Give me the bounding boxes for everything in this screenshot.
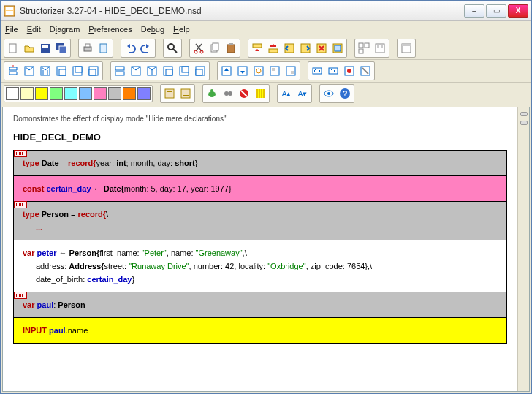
font-down-button[interactable]: A▾: [294, 86, 311, 102]
insert-before-button[interactable]: [249, 40, 265, 56]
expand2[interactable]: [325, 63, 341, 79]
transmute-button[interactable]: [251, 63, 267, 79]
breakpoint[interactable]: [341, 63, 357, 79]
collapse2[interactable]: [309, 63, 325, 79]
font-up-button[interactable]: A▴: [278, 86, 294, 102]
color-cyan[interactable]: [64, 87, 77, 100]
color-purple[interactable]: [137, 87, 151, 100]
insert-after-button[interactable]: [265, 40, 281, 56]
turtle-button[interactable]: [204, 86, 220, 102]
redo-button[interactable]: [138, 40, 154, 56]
svg-rect-19: [253, 44, 262, 48]
print-button[interactable]: [80, 40, 96, 56]
diagram-canvas[interactable]: Domonstrates the effect of display mode …: [3, 107, 517, 391]
block-input-paulname[interactable]: INPUT paul.name: [14, 318, 506, 343]
nsd-alt-after[interactable]: [128, 63, 144, 79]
nsd-case-after[interactable]: [144, 63, 160, 79]
delete-button[interactable]: [314, 40, 330, 56]
minimize-button[interactable]: –: [464, 4, 484, 18]
svg-rect-55: [254, 67, 263, 75]
color-orange[interactable]: [123, 87, 136, 100]
svg-rect-68: [181, 89, 190, 98]
color-yellow[interactable]: [35, 87, 48, 100]
undo-button[interactable]: [122, 40, 138, 56]
help-button[interactable]: ?: [337, 86, 353, 102]
svg-rect-27: [359, 43, 363, 48]
color-blue[interactable]: [79, 87, 92, 100]
svg-rect-40: [75, 67, 82, 72]
collapse-button[interactable]: [330, 40, 346, 56]
block-var-paul[interactable]: var paul: Person: [14, 292, 506, 318]
analyser2-button[interactable]: [178, 86, 194, 102]
menu-preferences[interactable]: Preferences: [88, 25, 132, 34]
nsd-case-before[interactable]: [37, 63, 53, 79]
move-down-button[interactable]: [235, 63, 251, 79]
svg-rect-66: [165, 89, 174, 98]
sidebar-grip-icon[interactable]: [520, 112, 528, 116]
menu-edit[interactable]: Edit: [27, 25, 41, 34]
window-button[interactable]: [398, 40, 414, 56]
run-button[interactable]: [220, 86, 236, 102]
svg-rect-7: [59, 46, 66, 53]
block-var-peter[interactable]: var peter ← Person{first_name: "Peter", …: [14, 240, 506, 292]
cut-button[interactable]: [191, 40, 207, 56]
color-pink[interactable]: [94, 87, 107, 100]
svg-rect-60: [291, 71, 294, 74]
breakpoint-marker-icon: [14, 292, 27, 299]
disable[interactable]: [357, 63, 373, 79]
copy-button[interactable]: [207, 40, 223, 56]
nsd-while-after[interactable]: [176, 63, 192, 79]
menu-debug[interactable]: Debug: [141, 25, 164, 34]
nsd-repeat-before[interactable]: [86, 63, 102, 79]
insert-left-button[interactable]: [281, 40, 297, 56]
save-all-button[interactable]: [53, 40, 69, 56]
color-white[interactable]: [6, 87, 19, 100]
color-green[interactable]: [50, 87, 63, 100]
menu-file[interactable]: File: [5, 25, 18, 34]
content-area: Domonstrates the effect of display mode …: [2, 107, 530, 392]
save-button[interactable]: [37, 40, 53, 56]
arrange-button[interactable]: [356, 40, 372, 56]
outsource-button[interactable]: [283, 63, 299, 79]
nsd-for-after[interactable]: [160, 63, 176, 79]
nsd-alt-before[interactable]: [21, 63, 37, 79]
svg-rect-16: [213, 43, 218, 50]
nsd-instr-after[interactable]: [112, 63, 128, 79]
color-lightyellow[interactable]: [20, 87, 34, 100]
svg-rect-52: [196, 69, 202, 75]
stop-button[interactable]: [236, 86, 252, 102]
svg-point-64: [347, 69, 352, 73]
block-type-person[interactable]: type Person = record{\ ...: [14, 202, 506, 240]
toolbar-row-2: [1, 60, 531, 83]
svg-rect-1: [6, 7, 13, 10]
new-button[interactable]: [5, 40, 21, 56]
nsd-instruction-before[interactable]: [5, 63, 21, 79]
menu-help[interactable]: Help: [173, 25, 190, 34]
maximize-button[interactable]: ▭: [486, 4, 506, 18]
analyser-button[interactable]: [162, 86, 178, 102]
outsource-top[interactable]: [267, 63, 283, 79]
paste-button[interactable]: [223, 40, 239, 56]
move-up-button[interactable]: [218, 63, 235, 79]
nsd-while-before[interactable]: [69, 63, 86, 79]
insert-right-button[interactable]: [297, 40, 314, 56]
export-button[interactable]: [96, 40, 112, 56]
find-button[interactable]: [164, 40, 180, 56]
app-icon: [4, 5, 15, 17]
svg-point-70: [208, 91, 216, 97]
block-const-certainday[interactable]: const certain_day ← Date{month: 5, day: …: [14, 176, 506, 202]
highlight-button[interactable]: [252, 86, 268, 102]
open-button[interactable]: [21, 40, 37, 56]
close-button[interactable]: X: [508, 4, 528, 18]
svg-rect-62: [329, 68, 338, 74]
eye-button[interactable]: [321, 86, 337, 102]
nsd-for-before[interactable]: [53, 63, 69, 79]
color-grey[interactable]: [108, 87, 121, 100]
menu-diagram[interactable]: Diagram: [50, 25, 80, 34]
arranger-button[interactable]: [372, 40, 388, 56]
sidebar-grip-icon[interactable]: [520, 121, 528, 125]
svg-rect-20: [269, 49, 278, 53]
block-type-date[interactable]: type Date = record{year: int; month, day…: [14, 151, 506, 176]
nsd-repeat-after[interactable]: [192, 63, 208, 79]
svg-line-12: [173, 49, 177, 53]
